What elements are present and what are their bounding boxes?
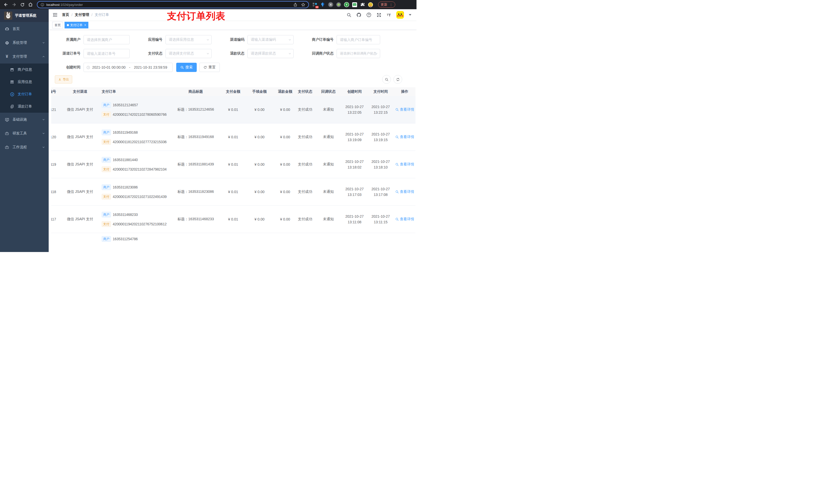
row-pay-amount: ¥ 0.01 [222,162,244,166]
breadcrumb-separator: / [71,13,72,17]
sidebar-item-label: 应用信息 [18,80,32,84]
row-pay-time: 2021-10-2713:11:15 [367,214,394,225]
sidebar-item-workflow[interactable]: 工作流程 [0,140,49,154]
browser-update-button[interactable]: 更新 ⋮ [378,2,395,8]
channel-order-no-input[interactable] [84,49,129,58]
sidebar-item-app-info[interactable]: 应用信息 [0,76,49,88]
document-copy-icon [10,104,14,109]
row-channel: 微信 JSAPI 支付 [63,162,97,167]
channel-order-no-field[interactable] [84,51,129,55]
merchant-order-line: 商户1635311823086 [102,184,169,190]
breadcrumb: 首页 / 支付管理 / 支付订单 [62,13,109,17]
merchant-input-field[interactable] [84,38,129,42]
export-button[interactable]: 导出 [55,75,72,83]
sidebar-item-system[interactable]: 系统管理 [0,36,49,50]
view-detail-link[interactable]: 查看详情 [394,217,415,221]
notify-status-select[interactable]: 请选择订单回调商户状态 [337,49,380,58]
sidebar-toggle-icon[interactable] [52,12,58,18]
breadcrumb-home[interactable]: 首页 [62,13,69,17]
breadcrumb-pay[interactable]: 支付管理 [75,13,89,17]
github-icon[interactable] [356,12,361,18]
merchant-order-no-field[interactable] [337,38,380,42]
tasks-extension-icon[interactable]: 10 [312,2,318,7]
tag-home[interactable]: 首页 [52,22,63,28]
reset-button[interactable]: 重置 [199,63,220,72]
column-header-11: 支付时间 [367,89,394,94]
merchant-tag: 商户 [102,102,111,108]
sidebar-item-pay-order[interactable]: ¥ 支付订单 [0,88,49,100]
row-create-time: 2021-10-2713:11:08 [342,214,367,225]
merchant-order-line: 商户1635311254786 [102,236,169,242]
app-logo[interactable]: 芋道管理系统 [0,9,49,22]
sidebar-item-refund-order[interactable]: 退款订单 [0,100,49,113]
view-detail-link[interactable]: 查看详情 [394,190,415,194]
home-icon[interactable] [27,1,34,8]
merchant-order-no-input[interactable] [337,35,380,44]
fullscreen-icon[interactable] [376,12,381,18]
forward-icon[interactable] [11,1,18,8]
url-bar[interactable]: localhost:1024/pay/order [37,1,309,8]
row-channel: 微信 JSAPI 支付 [63,135,97,139]
view-detail-link[interactable]: 查看详情 [394,135,415,139]
sidebar-item-home[interactable]: 首页 [0,22,49,36]
help-icon[interactable] [366,12,372,18]
recorder-extension-icon[interactable] [336,2,341,7]
merchant-tag: 商户 [102,157,111,163]
chat-extension-icon[interactable] [352,2,357,7]
chevron-down-icon [42,118,45,121]
sidebar-item-merchant-info[interactable]: 商户信息 [0,64,49,76]
top-navbar: 首页 / 支付管理 / 支付订单 支付订单列表 [49,9,416,21]
browser-menu-icon[interactable]: ⋮ [389,3,393,7]
bookmark-star-icon[interactable] [301,3,305,7]
font-size-icon[interactable]: TT [386,12,391,18]
sidebar-item-infra[interactable]: 基础设施 [0,113,49,126]
filter-label: 创建时间 [55,65,80,70]
channel-order-no: 4200001194202110276752100612 [113,222,166,226]
profile-avatar-icon[interactable] [367,2,373,7]
date-start: 2021-10-01 00:00:00 [92,65,125,69]
sidebar-item-label: 基础设施 [13,117,27,122]
row-order-cell: 商户1635312124657支付42000011742021102780605… [97,102,169,117]
view-detail-link[interactable]: 查看详情 [394,162,415,167]
chevron-down-icon [206,38,210,42]
sidebar-item-pay[interactable]: ¥ 支付管理 [0,50,49,64]
row-refund-amount: ¥ 0.00 [275,107,295,112]
chevron-down-icon [288,52,291,55]
pay-submenu: 商户信息 应用信息 ¥ 支付订单 退款订单 [0,64,49,113]
row-create-time: 2021-10-2713:22:05 [342,104,367,115]
share-icon[interactable] [293,3,298,7]
tag-pay-order[interactable]: 支付订单 × [65,22,88,28]
merchant-order-line: 商户1635312124657 [102,102,169,108]
extensions-puzzle-icon[interactable] [360,2,365,7]
search-icon[interactable] [346,12,352,18]
clock-icon [86,66,90,69]
command-extension-icon[interactable]: ⌘ [328,2,334,7]
view-detail-link[interactable]: 查看详情 [394,107,415,112]
site-info-icon[interactable] [41,3,44,7]
tag-label: 支付订单 [70,23,82,27]
row-pay-time: 2021-10-2713:17:08 [367,186,394,197]
reload-icon[interactable] [19,1,26,8]
pay-status-select[interactable]: 请选择支付状态 [165,49,212,58]
merchant-input[interactable] [84,35,129,44]
y-extension-icon[interactable]: Y [344,2,349,7]
user-avatar[interactable] [396,11,404,19]
show-search-button[interactable] [382,75,391,84]
channel-code-select[interactable]: 请输入渠道编码 [247,35,293,44]
pay-date: 2021-10-27 [367,104,394,110]
create-time-range[interactable]: 2021-10-01 00:00:00 - 2021-10-31 23:59:5… [84,63,173,72]
select-placeholder: 请选择应用信息 [166,38,194,42]
close-icon[interactable]: × [84,24,86,27]
export-button-label: 导出 [63,77,69,82]
refund-status-select[interactable]: 请选择退款状态 [247,49,293,58]
avatar-dropdown-caret[interactable] [409,14,411,16]
refresh-table-button[interactable] [394,75,402,84]
merchant-order-no: 1635311468233 [113,213,138,217]
kite-extension-icon[interactable] [320,2,326,7]
view-detail-magnifier-icon [395,190,399,194]
back-icon[interactable] [3,1,9,8]
sidebar-item-dev-tools[interactable]: 研发工具 [0,126,49,140]
app-select[interactable]: 请选择应用信息 [165,35,212,44]
row-order-cell: 商户1635311949168支付42000011812021102777232… [97,129,169,145]
search-button[interactable]: 搜索 [176,63,197,72]
